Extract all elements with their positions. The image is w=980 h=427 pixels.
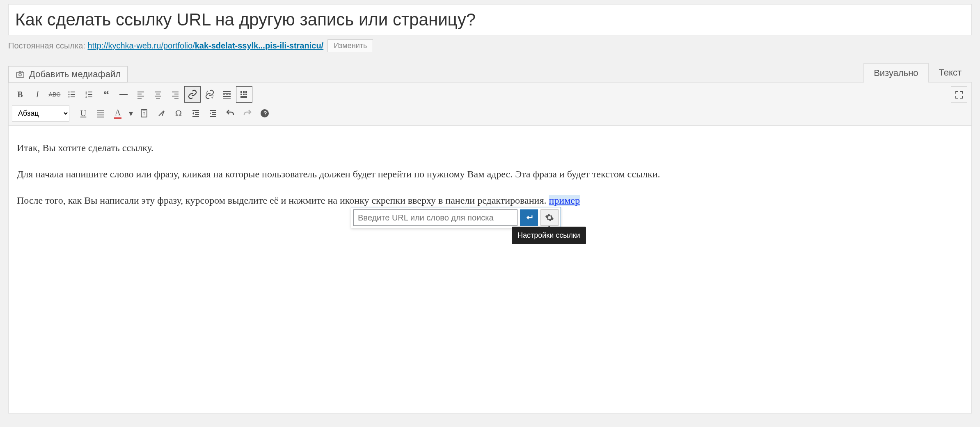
bullet-list-button[interactable] bbox=[64, 86, 80, 103]
permalink-label: Постоянная ссылка: bbox=[8, 41, 85, 51]
svg-rect-33 bbox=[223, 98, 231, 99]
svg-rect-6 bbox=[71, 94, 75, 95]
content-text: После того, как Вы написали эту фразу, к… bbox=[17, 195, 549, 206]
svg-rect-14 bbox=[88, 96, 92, 97]
text-color-button[interactable]: A bbox=[110, 105, 126, 122]
link-url-input[interactable] bbox=[353, 209, 517, 226]
redo-button[interactable] bbox=[239, 105, 256, 122]
svg-rect-51 bbox=[192, 116, 199, 117]
justify-button[interactable] bbox=[92, 105, 109, 122]
editor-tabs: Визуально Текст bbox=[863, 63, 972, 83]
svg-rect-38 bbox=[243, 94, 245, 95]
add-media-label: Добавить медиафайл bbox=[29, 69, 121, 80]
text-color-dropdown[interactable]: ▾ bbox=[127, 105, 135, 122]
svg-rect-44 bbox=[97, 117, 104, 117]
svg-rect-39 bbox=[245, 94, 247, 95]
content-paragraph: Для начала напишите слово или фразу, кли… bbox=[17, 167, 963, 181]
svg-point-5 bbox=[69, 94, 70, 95]
camera-icon bbox=[15, 69, 25, 79]
svg-rect-12 bbox=[88, 94, 92, 95]
tab-text[interactable]: Текст bbox=[929, 63, 972, 83]
svg-rect-17 bbox=[137, 96, 144, 96]
svg-rect-34 bbox=[240, 91, 242, 93]
svg-point-3 bbox=[69, 92, 70, 93]
svg-rect-25 bbox=[172, 96, 179, 96]
paste-text-button[interactable]: T bbox=[136, 105, 152, 122]
svg-rect-24 bbox=[174, 94, 179, 94]
svg-rect-54 bbox=[212, 114, 216, 115]
editor-container: B I ABC 123 “ bbox=[8, 82, 972, 413]
svg-rect-30 bbox=[226, 94, 228, 95]
align-center-button[interactable] bbox=[150, 86, 166, 103]
post-title-input[interactable] bbox=[8, 4, 972, 35]
unlink-button[interactable] bbox=[201, 86, 218, 103]
italic-button[interactable]: I bbox=[29, 86, 46, 103]
toolbar: B I ABC 123 “ bbox=[9, 83, 971, 126]
svg-rect-48 bbox=[192, 110, 199, 111]
special-char-button[interactable]: Ω bbox=[170, 105, 187, 122]
svg-rect-21 bbox=[155, 96, 161, 96]
link-settings-tooltip: Настройки ссылки bbox=[512, 227, 586, 244]
svg-rect-26 bbox=[174, 98, 179, 99]
clear-formatting-button[interactable] bbox=[153, 105, 169, 122]
svg-rect-52 bbox=[210, 110, 216, 111]
svg-rect-8 bbox=[71, 96, 75, 97]
svg-point-1 bbox=[19, 73, 21, 76]
content-paragraph: Итак, Вы хотите сделать ссылку. bbox=[17, 140, 963, 155]
align-left-button[interactable] bbox=[133, 86, 149, 103]
indent-button[interactable] bbox=[205, 105, 221, 122]
gear-icon bbox=[545, 213, 554, 222]
format-select[interactable]: Абзац bbox=[12, 105, 69, 122]
svg-rect-10 bbox=[88, 92, 92, 92]
svg-rect-16 bbox=[137, 94, 142, 94]
strikethrough-button[interactable]: ABC bbox=[46, 86, 63, 103]
edit-permalink-button[interactable]: Изменить bbox=[327, 39, 373, 52]
svg-rect-29 bbox=[223, 94, 225, 95]
enter-icon bbox=[524, 213, 534, 222]
svg-point-7 bbox=[69, 96, 70, 98]
content-paragraph: После того, как Вы написали эту фразу, к… bbox=[17, 193, 963, 208]
toolbar-toggle-button[interactable] bbox=[236, 86, 252, 103]
svg-rect-40 bbox=[240, 96, 247, 98]
svg-rect-37 bbox=[240, 94, 242, 95]
numbered-list-button[interactable]: 123 bbox=[81, 86, 97, 103]
svg-text:3: 3 bbox=[85, 95, 87, 98]
svg-rect-55 bbox=[210, 116, 216, 117]
svg-rect-36 bbox=[245, 91, 247, 93]
link-button[interactable] bbox=[184, 86, 201, 103]
svg-rect-27 bbox=[223, 91, 231, 92]
svg-rect-0 bbox=[16, 72, 24, 78]
svg-rect-19 bbox=[155, 92, 161, 92]
blockquote-button[interactable]: “ bbox=[98, 86, 114, 103]
svg-rect-4 bbox=[71, 92, 75, 92]
svg-text:?: ? bbox=[263, 110, 267, 117]
undo-button[interactable] bbox=[222, 105, 238, 122]
link-inline-popup bbox=[351, 207, 561, 228]
outdent-button[interactable] bbox=[188, 105, 204, 122]
svg-rect-49 bbox=[195, 112, 199, 113]
fullscreen-button[interactable] bbox=[951, 87, 967, 103]
underline-button[interactable]: U bbox=[75, 105, 92, 122]
bold-button[interactable]: B bbox=[12, 86, 28, 103]
link-apply-button[interactable] bbox=[520, 209, 538, 226]
svg-rect-46 bbox=[142, 109, 146, 110]
permalink-link[interactable]: http://kychka-web.ru/portfolio/kak-sdela… bbox=[87, 41, 323, 51]
editor-content[interactable]: Итак, Вы хотите сделать ссылку. Для нача… bbox=[9, 126, 971, 413]
svg-rect-23 bbox=[172, 92, 179, 92]
tab-visual[interactable]: Визуально bbox=[863, 63, 928, 83]
example-link[interactable]: пример bbox=[549, 195, 580, 206]
svg-rect-42 bbox=[97, 112, 104, 113]
add-media-button[interactable]: Добавить медиафайл bbox=[8, 66, 128, 83]
svg-rect-18 bbox=[137, 98, 142, 99]
svg-rect-20 bbox=[156, 94, 160, 94]
svg-rect-22 bbox=[156, 98, 160, 99]
align-right-button[interactable] bbox=[167, 86, 183, 103]
svg-point-2 bbox=[22, 71, 23, 72]
svg-rect-53 bbox=[212, 112, 216, 113]
svg-text:T: T bbox=[143, 112, 145, 116]
hr-button[interactable] bbox=[115, 86, 132, 103]
readmore-button[interactable] bbox=[219, 86, 235, 103]
help-button[interactable]: ? bbox=[256, 105, 273, 122]
svg-rect-35 bbox=[243, 91, 245, 93]
svg-rect-43 bbox=[97, 115, 104, 115]
